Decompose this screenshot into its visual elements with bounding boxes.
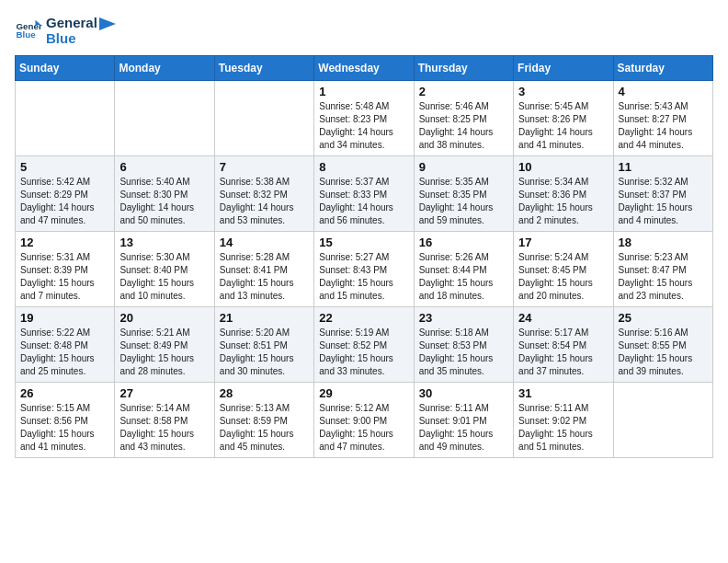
calendar-cell: 25Sunrise: 5:16 AM Sunset: 8:55 PM Dayli…: [613, 307, 712, 383]
day-number: 10: [518, 160, 608, 174]
day-number: 19: [20, 311, 109, 325]
calendar-cell: 21Sunrise: 5:20 AM Sunset: 8:51 PM Dayli…: [214, 307, 313, 383]
calendar-cell: [214, 81, 313, 156]
calendar-cell: 31Sunrise: 5:11 AM Sunset: 9:02 PM Dayli…: [514, 383, 613, 458]
day-info: Sunrise: 5:12 AM Sunset: 9:00 PM Dayligh…: [319, 402, 408, 454]
calendar-cell: 24Sunrise: 5:17 AM Sunset: 8:54 PM Dayli…: [514, 307, 613, 383]
calendar-cell: 17Sunrise: 5:24 AM Sunset: 8:45 PM Dayli…: [514, 232, 613, 307]
day-info: Sunrise: 5:20 AM Sunset: 8:51 PM Dayligh…: [220, 327, 309, 378]
calendar-cell: 13Sunrise: 5:30 AM Sunset: 8:40 PM Dayli…: [115, 232, 214, 307]
calendar-cell: 22Sunrise: 5:19 AM Sunset: 8:52 PM Dayli…: [314, 307, 414, 383]
day-info: Sunrise: 5:42 AM Sunset: 8:29 PM Dayligh…: [20, 176, 109, 227]
calendar-cell: 2Sunrise: 5:46 AM Sunset: 8:25 PM Daylig…: [414, 81, 513, 156]
weekday-header-thursday: Thursday: [414, 56, 513, 81]
calendar-cell: 5Sunrise: 5:42 AM Sunset: 8:29 PM Daylig…: [16, 156, 115, 232]
calendar-cell: 14Sunrise: 5:28 AM Sunset: 8:41 PM Dayli…: [214, 232, 313, 307]
day-info: Sunrise: 5:17 AM Sunset: 8:54 PM Dayligh…: [518, 327, 608, 378]
day-info: Sunrise: 5:40 AM Sunset: 8:30 PM Dayligh…: [119, 176, 209, 227]
day-info: Sunrise: 5:15 AM Sunset: 8:56 PM Dayligh…: [20, 402, 109, 454]
day-info: Sunrise: 5:21 AM Sunset: 8:49 PM Dayligh…: [119, 327, 209, 378]
day-number: 31: [518, 386, 608, 400]
calendar-cell: 18Sunrise: 5:23 AM Sunset: 8:47 PM Dayli…: [613, 232, 712, 307]
day-info: Sunrise: 5:43 AM Sunset: 8:27 PM Dayligh…: [619, 100, 708, 152]
day-number: 30: [419, 386, 508, 400]
calendar-cell: [16, 81, 115, 156]
day-number: 16: [419, 236, 508, 249]
day-info: Sunrise: 5:45 AM Sunset: 8:26 PM Dayligh…: [518, 100, 608, 152]
day-number: 2: [419, 85, 508, 98]
day-info: Sunrise: 5:37 AM Sunset: 8:33 PM Dayligh…: [319, 176, 408, 227]
weekday-header-sunday: Sunday: [16, 56, 115, 81]
weekday-header-tuesday: Tuesday: [214, 56, 313, 81]
week-row-2: 5Sunrise: 5:42 AM Sunset: 8:29 PM Daylig…: [16, 156, 713, 232]
calendar-cell: 11Sunrise: 5:32 AM Sunset: 8:37 PM Dayli…: [613, 156, 712, 232]
day-number: 17: [518, 236, 608, 249]
day-number: 14: [220, 236, 309, 249]
calendar-cell: 9Sunrise: 5:35 AM Sunset: 8:35 PM Daylig…: [414, 156, 513, 232]
calendar-cell: 4Sunrise: 5:43 AM Sunset: 8:27 PM Daylig…: [613, 81, 712, 156]
weekday-header-row: SundayMondayTuesdayWednesdayThursdayFrid…: [16, 56, 713, 81]
calendar-cell: 20Sunrise: 5:21 AM Sunset: 8:49 PM Dayli…: [115, 307, 214, 383]
calendar-cell: 19Sunrise: 5:22 AM Sunset: 8:48 PM Dayli…: [16, 307, 115, 383]
day-info: Sunrise: 5:27 AM Sunset: 8:43 PM Dayligh…: [319, 251, 408, 303]
calendar-cell: 3Sunrise: 5:45 AM Sunset: 8:26 PM Daylig…: [514, 81, 613, 156]
calendar-cell: 7Sunrise: 5:38 AM Sunset: 8:32 PM Daylig…: [214, 156, 313, 232]
day-number: 27: [119, 386, 209, 400]
day-number: 28: [220, 386, 309, 400]
calendar-cell: 16Sunrise: 5:26 AM Sunset: 8:44 PM Dayli…: [414, 232, 513, 307]
day-info: Sunrise: 5:11 AM Sunset: 9:01 PM Dayligh…: [419, 402, 508, 454]
calendar-cell: 23Sunrise: 5:18 AM Sunset: 8:53 PM Dayli…: [414, 307, 513, 383]
day-info: Sunrise: 5:26 AM Sunset: 8:44 PM Dayligh…: [419, 251, 508, 303]
day-number: 1: [319, 85, 408, 98]
week-row-3: 12Sunrise: 5:31 AM Sunset: 8:39 PM Dayli…: [16, 232, 713, 307]
day-info: Sunrise: 5:13 AM Sunset: 8:59 PM Dayligh…: [220, 402, 309, 454]
weekday-header-friday: Friday: [514, 56, 613, 81]
calendar-cell: 30Sunrise: 5:11 AM Sunset: 9:01 PM Dayli…: [414, 383, 513, 458]
calendar-cell: 6Sunrise: 5:40 AM Sunset: 8:30 PM Daylig…: [115, 156, 214, 232]
day-number: 23: [419, 311, 508, 325]
day-info: Sunrise: 5:22 AM Sunset: 8:48 PM Dayligh…: [20, 327, 109, 378]
logo-icon: General Blue: [15, 17, 42, 44]
day-number: 22: [319, 311, 408, 325]
day-info: Sunrise: 5:35 AM Sunset: 8:35 PM Dayligh…: [419, 176, 508, 227]
calendar-cell: 10Sunrise: 5:34 AM Sunset: 8:36 PM Dayli…: [514, 156, 613, 232]
day-info: Sunrise: 5:38 AM Sunset: 8:32 PM Dayligh…: [220, 176, 309, 227]
week-row-5: 26Sunrise: 5:15 AM Sunset: 8:56 PM Dayli…: [16, 383, 713, 458]
calendar-cell: 12Sunrise: 5:31 AM Sunset: 8:39 PM Dayli…: [16, 232, 115, 307]
page-header: General Blue General Blue: [15, 15, 713, 46]
day-info: Sunrise: 5:48 AM Sunset: 8:23 PM Dayligh…: [319, 100, 408, 152]
calendar-cell: [613, 383, 712, 458]
day-number: 24: [518, 311, 608, 325]
day-number: 18: [619, 236, 708, 249]
calendar-cell: 28Sunrise: 5:13 AM Sunset: 8:59 PM Dayli…: [214, 383, 313, 458]
weekday-header-wednesday: Wednesday: [314, 56, 414, 81]
week-row-1: 1Sunrise: 5:48 AM Sunset: 8:23 PM Daylig…: [16, 81, 713, 156]
calendar-cell: 15Sunrise: 5:27 AM Sunset: 8:43 PM Dayli…: [314, 232, 414, 307]
calendar-cell: 29Sunrise: 5:12 AM Sunset: 9:00 PM Dayli…: [314, 383, 414, 458]
logo-chevron-icon: [99, 17, 116, 30]
day-number: 15: [319, 236, 408, 249]
day-info: Sunrise: 5:24 AM Sunset: 8:45 PM Dayligh…: [518, 251, 608, 303]
calendar-cell: 26Sunrise: 5:15 AM Sunset: 8:56 PM Dayli…: [16, 383, 115, 458]
day-info: Sunrise: 5:11 AM Sunset: 9:02 PM Dayligh…: [518, 402, 608, 454]
day-info: Sunrise: 5:34 AM Sunset: 8:36 PM Dayligh…: [518, 176, 608, 227]
calendar-table: SundayMondayTuesdayWednesdayThursdayFrid…: [15, 55, 713, 458]
calendar-cell: 8Sunrise: 5:37 AM Sunset: 8:33 PM Daylig…: [314, 156, 414, 232]
day-info: Sunrise: 5:30 AM Sunset: 8:40 PM Dayligh…: [119, 251, 209, 303]
day-info: Sunrise: 5:28 AM Sunset: 8:41 PM Dayligh…: [220, 251, 309, 303]
day-number: 7: [220, 160, 309, 174]
day-number: 3: [518, 85, 608, 98]
day-info: Sunrise: 5:16 AM Sunset: 8:55 PM Dayligh…: [619, 327, 708, 378]
logo-blue: Blue: [46, 30, 116, 46]
day-number: 9: [419, 160, 508, 174]
day-number: 12: [20, 236, 109, 249]
day-number: 25: [619, 311, 708, 325]
day-info: Sunrise: 5:32 AM Sunset: 8:37 PM Dayligh…: [619, 176, 708, 227]
logo-text: General: [46, 15, 116, 30]
weekday-header-monday: Monday: [115, 56, 214, 81]
day-info: Sunrise: 5:19 AM Sunset: 8:52 PM Dayligh…: [319, 327, 408, 378]
day-number: 29: [319, 386, 408, 400]
day-number: 11: [619, 160, 708, 174]
day-number: 13: [119, 236, 209, 249]
calendar-cell: 27Sunrise: 5:14 AM Sunset: 8:58 PM Dayli…: [115, 383, 214, 458]
